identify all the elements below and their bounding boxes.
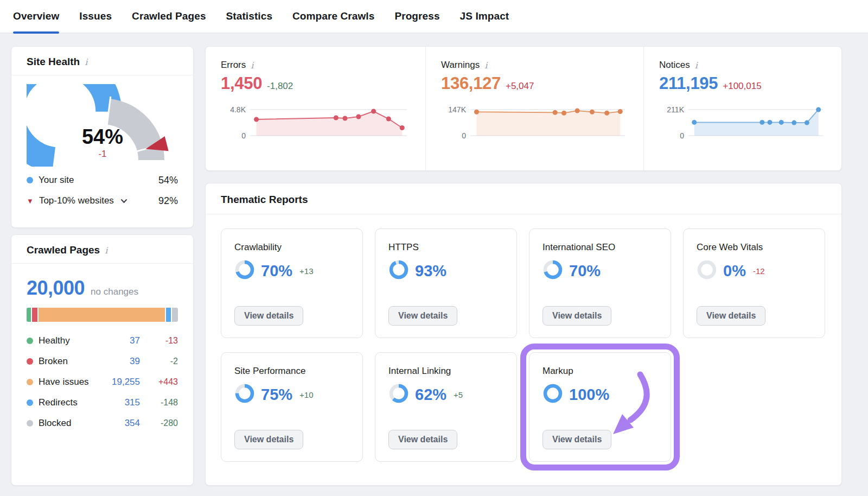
- crawled-total: 20,000: [27, 277, 85, 300]
- svg-text:0: 0: [680, 131, 684, 140]
- score-donut-chart: [234, 259, 255, 282]
- thematic-card-internal-linking: Internal Linking 62% +5 View details: [375, 352, 517, 462]
- nav-tab-progress[interactable]: Progress: [394, 0, 439, 33]
- crawled-pages-legend: Healthy 37 -13 Broken 39 -2 Have issues …: [27, 330, 178, 434]
- warnings-metric: Warnings i 136,127 +5,047 147K0: [425, 47, 643, 170]
- thematic-card-core-web-vitals: Core Web Vitals 0% -12 View details: [683, 228, 825, 338]
- bar-segment-have-issues: [39, 308, 165, 322]
- crawled-pages-card: Crawled Pages i 20,000 no changes Health…: [11, 234, 194, 486]
- nav-tab-overview[interactable]: Overview: [13, 0, 59, 33]
- thematic-card-crawlability: Crawlability 70% +13 View details: [221, 228, 363, 338]
- svg-text:211K: 211K: [667, 105, 684, 114]
- legend-dot-icon: [27, 420, 33, 427]
- crawled-pages-header: Crawled Pages i: [11, 235, 193, 264]
- view-details-button[interactable]: View details: [542, 430, 611, 449]
- nav-tab-compare-crawls[interactable]: Compare Crawls: [292, 0, 374, 33]
- notices-trend-chart: 211K0: [659, 102, 826, 143]
- site-health-header: Site Health i: [11, 47, 193, 75]
- warnings-trend-chart: 147K0: [441, 102, 628, 143]
- score-donut-chart: [388, 383, 409, 406]
- crawled-pages-legend-row: Redirects 315 -148: [27, 392, 178, 413]
- thematic-card-https: HTTPS 93% View details: [375, 228, 517, 338]
- crawled-pages-title: Crawled Pages: [27, 244, 100, 256]
- nav-tab-js-impact[interactable]: JS Impact: [460, 0, 509, 33]
- info-icon[interactable]: i: [695, 60, 698, 70]
- chevron-down-icon[interactable]: [120, 199, 127, 204]
- nav-tab-crawled-pages[interactable]: Crawled Pages: [132, 0, 206, 33]
- svg-text:0: 0: [462, 131, 466, 140]
- bar-segment-broken: [32, 308, 37, 322]
- errors-metric: Errors i 1,450 -1,802 4.8K0: [206, 47, 425, 170]
- score-donut-chart: [388, 259, 409, 282]
- top-nav: Overview Issues Crawled Pages Statistics…: [0, 0, 868, 34]
- view-details-button[interactable]: View details: [234, 306, 303, 326]
- legend-row-benchmark[interactable]: ▼ Top-10% websites 92%: [27, 190, 178, 211]
- info-icon[interactable]: i: [484, 60, 487, 70]
- legend-dot-icon: [27, 358, 33, 365]
- benchmark-value: 92%: [158, 195, 178, 207]
- thematic-card-markup: Markup 100% View details: [529, 352, 671, 462]
- legend-dot-icon: [27, 338, 33, 344]
- thematic-reports-header: Thematic Reports: [206, 183, 841, 214]
- callout-arrow-icon: [604, 369, 669, 449]
- benchmark-triangle-icon: ▼: [27, 198, 34, 205]
- bar-segment-blocked: [172, 308, 178, 322]
- legend-dot-icon: [27, 379, 33, 385]
- crawled-pages-legend-row: Healthy 37 -13: [27, 330, 178, 351]
- view-details-button[interactable]: View details: [542, 306, 611, 326]
- info-icon[interactable]: i: [85, 57, 87, 67]
- notices-metric: Notices i 211,195 +100,015 211K0: [643, 47, 841, 170]
- thematic-reports-title: Thematic Reports: [221, 194, 308, 206]
- legend-dot-icon: [27, 399, 33, 406]
- your-site-label: Your site: [39, 175, 74, 186]
- score-donut-chart: [234, 383, 255, 406]
- your-site-dot-icon: [27, 177, 33, 183]
- score-donut-chart: [542, 383, 563, 406]
- site-audit-overview-page: Overview Issues Crawled Pages Statistics…: [0, 0, 868, 496]
- errors-trend-chart: 4.8K0: [221, 102, 410, 143]
- thematic-reports-panel: Thematic Reports Crawlability 70% +13 Vi…: [205, 183, 842, 486]
- svg-text:-1: -1: [98, 149, 106, 159]
- issues-metrics-panel: Errors i 1,450 -1,802 4.8K0 Warnings i 1…: [205, 46, 842, 171]
- thematic-card-site-performance: Site Performance 75% +10 View details: [221, 352, 363, 462]
- score-donut-chart: [697, 259, 717, 282]
- nav-tab-issues[interactable]: Issues: [79, 0, 112, 33]
- bar-segment-healthy: [27, 308, 31, 322]
- benchmark-label: Top-10% websites: [39, 195, 114, 206]
- bar-segment-redirects: [166, 308, 171, 322]
- crawled-pages-stacked-bar: [27, 308, 178, 322]
- crawled-total-note: no changes: [91, 287, 138, 297]
- svg-text:0: 0: [241, 131, 246, 140]
- site-health-card: Site Health i 54%-1 Your site 54% ▼ Top-…: [11, 46, 194, 228]
- thematic-cards-grid: Crawlability 70% +13 View details HTTPS …: [206, 214, 841, 476]
- active-tab-underline: [13, 31, 59, 34]
- legend-row-your-site: Your site 54%: [27, 170, 178, 190]
- svg-text:4.8K: 4.8K: [230, 105, 246, 114]
- score-donut-chart: [542, 259, 563, 282]
- view-details-button[interactable]: View details: [697, 306, 765, 326]
- svg-text:147K: 147K: [448, 105, 466, 114]
- view-details-button[interactable]: View details: [388, 306, 457, 326]
- site-health-gauge: 54%-1: [11, 84, 193, 167]
- view-details-button[interactable]: View details: [388, 430, 457, 449]
- crawled-pages-body: 20,000 no changes Healthy 37 -13 Broken …: [11, 264, 193, 434]
- your-site-value: 54%: [158, 175, 178, 186]
- info-icon[interactable]: i: [105, 245, 107, 255]
- thematic-card-international-seo: International SEO 70% View details: [529, 228, 671, 338]
- crawled-pages-legend-row: Blocked 354 -280: [27, 413, 178, 434]
- site-health-legend: Your site 54% ▼ Top-10% websites 92%: [11, 168, 193, 211]
- site-health-title: Site Health: [27, 56, 80, 68]
- svg-text:54%: 54%: [81, 125, 123, 148]
- crawled-pages-legend-row: Have issues 19,255 +443: [27, 372, 178, 392]
- info-icon[interactable]: i: [251, 60, 253, 70]
- crawled-pages-legend-row: Broken 39 -2: [27, 351, 178, 372]
- view-details-button[interactable]: View details: [234, 430, 303, 449]
- nav-tab-statistics[interactable]: Statistics: [226, 0, 272, 33]
